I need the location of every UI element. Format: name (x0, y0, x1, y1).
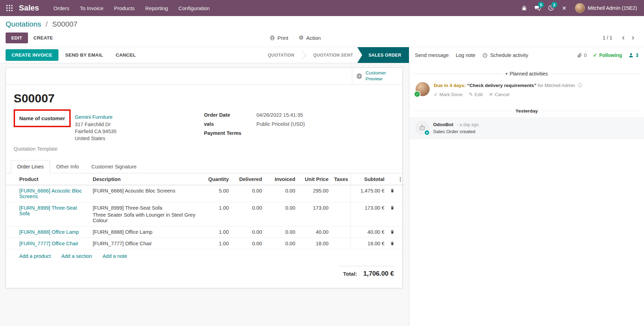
cell-unit-price[interactable]: 18.00 (298, 238, 331, 249)
print-button[interactable]: Print (270, 35, 288, 41)
cell-invoiced[interactable]: 0.00 (265, 202, 298, 226)
tab-other-info[interactable]: Other Info (50, 160, 85, 173)
edit-button[interactable]: EDIT (6, 32, 28, 43)
cell-subtotal[interactable]: 18.00 € (351, 238, 387, 249)
schedule-activity-button[interactable]: Schedule activity (482, 52, 528, 58)
add-a-note-link[interactable]: Add a note (102, 253, 127, 259)
product-link[interactable]: [FURN_8999] Three-Seat Sofa (19, 205, 77, 216)
user-name[interactable]: Mitchell Admin (15E2) (588, 5, 637, 11)
delete-row-button[interactable] (387, 226, 398, 238)
cell-subtotal[interactable]: 1,475.00 € (351, 185, 387, 202)
send-by-email-button[interactable]: SEND BY EMAIL (60, 50, 109, 60)
cell-taxes[interactable] (331, 238, 351, 249)
edit-activity-button[interactable]: ✎ Edit (469, 92, 483, 97)
day-divider-label: Yesterday (516, 108, 538, 114)
cell-invoiced[interactable]: 0.00 (265, 185, 298, 202)
followers-button[interactable]: 3 (628, 52, 638, 58)
product-link[interactable]: [FURN_8888] Office Lamp (19, 229, 79, 235)
activity-type-badge-icon: ✓ (414, 91, 420, 97)
divider-line (414, 111, 511, 111)
menu-products[interactable]: Products (109, 0, 140, 16)
status-steps: QUOTATION QUOTATION SENT SALES ORDER (262, 47, 409, 63)
optional-columns-button[interactable]: ⋮ (398, 173, 405, 185)
cell-description[interactable]: [FURN_8888] Office Lamp (90, 226, 198, 238)
chatter-message[interactable]: ♥ OdooBot - a day ago Sales Order create… (409, 117, 644, 139)
cell-quantity[interactable]: 1.00 (198, 238, 232, 249)
step-sales-order[interactable]: SALES ORDER (357, 47, 409, 63)
cell-unit-price[interactable]: 295.00 (298, 185, 331, 202)
cell-quantity[interactable]: 5.00 (198, 185, 232, 202)
close-tips-button[interactable]: ✕ (558, 0, 571, 16)
cell-subtotal[interactable]: 40.00 € (351, 226, 387, 238)
cell-delivered[interactable]: 0.00 (232, 226, 265, 238)
mark-done-button[interactable]: ✓ Mark Done (434, 92, 462, 97)
cell-taxes[interactable] (331, 202, 351, 226)
cell-unit-price[interactable]: 173.00 (298, 202, 331, 226)
send-message-button[interactable]: Send message (415, 52, 449, 58)
create-button[interactable]: CREATE (28, 32, 59, 43)
cell-unit-price[interactable]: 40.00 (298, 226, 331, 238)
cancel-button[interactable]: CANCEL (110, 50, 141, 60)
field-value[interactable]: 04/26/2022 15:41:35 (256, 112, 303, 118)
notebook-tabs: Order Lines Other Info Customer Signatur… (6, 160, 402, 173)
customer-name-link[interactable]: Gemini Furniture (75, 114, 113, 120)
cell-invoiced[interactable]: 0.00 (265, 238, 298, 249)
cell-taxes[interactable] (331, 226, 351, 238)
cell-delivered[interactable]: 0.00 (232, 202, 265, 226)
delete-row-button[interactable] (387, 185, 398, 202)
tab-customer-signature[interactable]: Customer Signature (85, 160, 143, 173)
app-name[interactable]: Sales (19, 3, 39, 13)
cell-description[interactable]: [FURN_7777] Office Chair (90, 238, 198, 249)
activities-button[interactable]: 2 (544, 0, 558, 16)
create-invoice-button[interactable]: CREATE INVOICE (6, 49, 58, 61)
cancel-activity-button[interactable]: ✕ Cancel (489, 92, 509, 97)
messages-button[interactable]: 5 (531, 0, 544, 16)
attachments-button[interactable]: 0 (577, 52, 587, 58)
table-row[interactable]: [FURN_8888] Office Lamp [FURN_8888] Offi… (6, 226, 405, 238)
delete-row-button[interactable] (387, 238, 398, 249)
tab-order-lines[interactable]: Order Lines (11, 160, 50, 173)
product-link[interactable]: [FURN_6666] Acoustic Bloc Screens (19, 188, 82, 199)
customer-preview-button[interactable]: Customer Preview (352, 68, 402, 84)
menu-to-invoice[interactable]: To Invoice (75, 0, 109, 16)
print-label: Print (277, 35, 288, 41)
user-avatar[interactable] (575, 3, 585, 13)
field-value[interactable]: Public Pricelist (USD) (256, 121, 305, 127)
menu-configuration[interactable]: Configuration (173, 0, 215, 16)
cell-quantity[interactable]: 1.00 (198, 202, 232, 226)
log-note-button[interactable]: Log note (456, 52, 475, 58)
message-author[interactable]: OdooBot (433, 122, 453, 127)
cell-invoiced[interactable]: 0.00 (265, 226, 298, 238)
menu-orders[interactable]: Orders (48, 0, 75, 16)
activity-avatar[interactable]: ✓ (416, 82, 430, 96)
table-row[interactable]: [FURN_6666] Acoustic Bloc Screens [FURN_… (6, 185, 405, 202)
table-row[interactable]: [FURN_7777] Office Chair [FURN_7777] Off… (6, 238, 405, 249)
delete-row-button[interactable] (387, 202, 398, 226)
cell-subtotal[interactable]: 173.00 € (351, 202, 387, 226)
cell-delivered[interactable]: 0.00 (232, 185, 265, 202)
cell-taxes[interactable] (331, 185, 351, 202)
product-link[interactable]: [FURN_7777] Office Chair (19, 241, 78, 246)
step-quotation-sent[interactable]: QUOTATION SENT (307, 47, 359, 63)
cell-description[interactable]: [FURN_8999] Three-Seat Sofa Three Seater… (90, 202, 198, 226)
pager-previous-button[interactable]: ‹ (620, 34, 627, 42)
add-a-product-link[interactable]: Add a product (19, 253, 51, 259)
cell-delivered[interactable]: 0.00 (232, 238, 265, 249)
following-button[interactable]: ✓ Following (593, 52, 622, 58)
cell-quantity[interactable]: 1.00 (198, 226, 232, 238)
planned-activities-toggle[interactable]: ▾ Planned activities (505, 71, 548, 77)
cell-description[interactable]: [FURN_6666] Acoustic Bloc Screens (90, 185, 198, 202)
action-button[interactable]: ⚙ Action (299, 35, 321, 41)
bug-icon (521, 5, 527, 11)
table-row[interactable]: [FURN_8999] Three-Seat Sofa [FURN_8999] … (6, 202, 405, 226)
apps-menu-button[interactable] (3, 0, 15, 16)
info-icon[interactable]: ⓘ (578, 83, 582, 88)
debug-button[interactable] (518, 0, 531, 16)
pager-next-button[interactable]: › (630, 34, 636, 42)
step-quotation[interactable]: QUOTATION (262, 47, 300, 63)
menu-reporting[interactable]: Reporting (140, 0, 173, 16)
breadcrumb-quotations[interactable]: Quotations (6, 20, 41, 28)
activity-buttons: ✓ Mark Done ✎ Edit ✕ Cancel (434, 92, 582, 97)
chatter-topbar: Send message Log note Schedule activity … (409, 47, 644, 63)
add-a-section-link[interactable]: Add a section (61, 253, 92, 259)
